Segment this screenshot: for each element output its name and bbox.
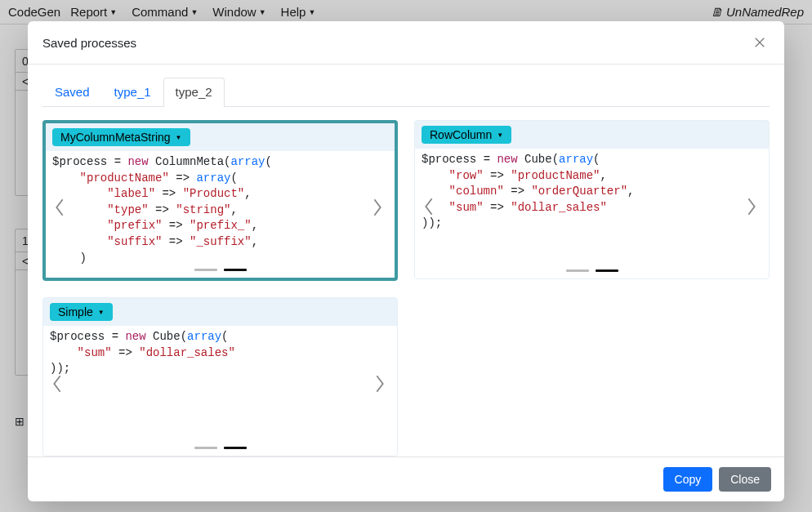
tab-type-2[interactable]: type_2 (163, 78, 225, 107)
modal-title: Saved processes (42, 36, 136, 50)
cards-grid: MyColumnMetaString ▼ $process = new Colu… (42, 120, 770, 456)
modal-body: Saved type_1 type_2 MyColumnMetaString ▼ (28, 65, 784, 456)
modal-header: Saved processes (28, 21, 784, 65)
code-scroll[interactable]: $process = new ColumnMeta(array( "produc… (46, 151, 386, 264)
code-view: $process = new Cube(array( "row" => "pro… (415, 149, 769, 265)
card-header: RowColumn ▼ (415, 121, 769, 149)
carousel-dots (46, 264, 395, 278)
process-card: RowColumn ▼ $process = new Cube(array( "… (414, 120, 770, 279)
code: $process = new ColumnMeta(array( "produc… (52, 154, 380, 264)
process-card: MyColumnMetaString ▼ $process = new Colu… (42, 120, 398, 281)
code-scroll[interactable]: $process = new Cube(array( "row" => "pro… (415, 149, 761, 265)
dot[interactable] (224, 269, 247, 271)
dot[interactable] (194, 447, 217, 449)
cards-column-left: MyColumnMetaString ▼ $process = new Colu… (42, 120, 398, 456)
dot[interactable] (224, 447, 247, 449)
carousel-dots (415, 265, 769, 278)
prev-arrow-icon[interactable] (417, 189, 441, 225)
prev-arrow-icon[interactable] (47, 189, 72, 225)
tabs: Saved type_1 type_2 (42, 78, 770, 107)
code-view: $process = new ColumnMeta(array( "produc… (46, 151, 395, 264)
dot[interactable] (596, 269, 618, 272)
card-header: MyColumnMetaString ▼ (46, 123, 395, 151)
saved-processes-modal: Saved processes Saved type_1 type_2 (28, 21, 784, 501)
close-button[interactable]: Close (719, 467, 771, 492)
cards-column-right: RowColumn ▼ $process = new Cube(array( "… (414, 120, 770, 456)
code-scroll[interactable]: $process = new Cube(array( "sum" => "dol… (43, 326, 389, 442)
code: $process = new Cube(array( "row" => "pro… (422, 152, 754, 232)
card-title-dropdown[interactable]: Simple ▼ (50, 303, 113, 321)
next-arrow-icon[interactable] (739, 189, 764, 225)
caret-down-icon: ▼ (176, 134, 182, 141)
carousel-dots (43, 442, 397, 456)
card-title-dropdown[interactable]: RowColumn ▼ (422, 126, 511, 144)
caret-down-icon: ▼ (497, 131, 503, 139)
dot[interactable] (194, 269, 217, 271)
prev-arrow-icon[interactable] (45, 366, 69, 402)
tab-saved[interactable]: Saved (42, 78, 102, 107)
code: $process = new Cube(array( "sum" => "dol… (50, 329, 382, 377)
next-arrow-icon[interactable] (368, 366, 392, 402)
tab-type-1[interactable]: type_1 (102, 78, 163, 107)
card-title-dropdown[interactable]: MyColumnMetaString ▼ (52, 128, 190, 146)
process-card: Simple ▼ $process = new Cube(array( "sum… (42, 297, 398, 456)
modal-overlay: Saved processes Saved type_1 type_2 (0, 0, 812, 512)
close-icon[interactable] (750, 33, 770, 52)
next-arrow-icon[interactable] (365, 189, 390, 225)
caret-down-icon: ▼ (98, 309, 105, 316)
modal-footer: Copy Close (28, 456, 784, 501)
code-view: $process = new Cube(array( "sum" => "dol… (43, 326, 397, 442)
copy-button[interactable]: Copy (663, 467, 713, 492)
dot[interactable] (566, 269, 589, 272)
card-header: Simple ▼ (43, 298, 397, 326)
